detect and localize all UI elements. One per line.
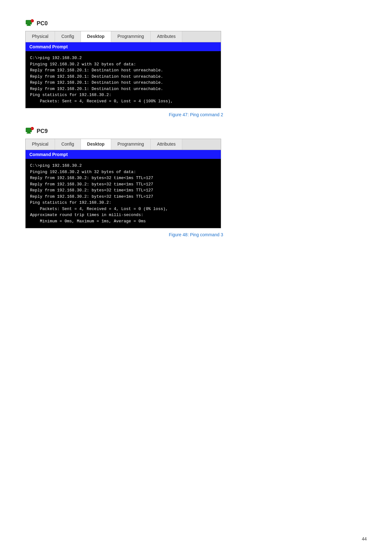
terminal-line: Reply from 192.168.20.1: Destination hos… <box>30 67 216 74</box>
terminal-line: Ping statistics for 192.168.30.2: <box>30 92 216 98</box>
svg-text:!: ! <box>32 128 32 130</box>
tab-attributes-pc9[interactable]: Attributes <box>151 139 182 150</box>
tab-physical-pc0[interactable]: Physical <box>26 31 55 42</box>
terminal-line: Reply from 192.168.30.2: bytes=32 time<1… <box>30 175 216 181</box>
svg-rect-6 <box>27 132 30 133</box>
terminal-line: Ping statistics for 192.168.30.2: <box>30 200 216 206</box>
pc0-tab-bar[interactable]: Physical Config Desktop Programming Attr… <box>26 31 221 42</box>
command-prompt-bar-pc0: Command Prompt <box>26 42 221 51</box>
tab-config-pc9[interactable]: Config <box>55 139 81 150</box>
svg-rect-2 <box>27 25 31 26</box>
pc9-tab-bar[interactable]: Physical Config Desktop Programming Attr… <box>26 139 221 150</box>
tab-physical-pc9[interactable]: Physical <box>26 139 55 150</box>
svg-rect-1 <box>27 24 30 25</box>
terminal-line: Reply from 192.168.20.1: Destination hos… <box>30 74 216 80</box>
page-number: 44 <box>362 536 367 541</box>
terminal-line: Reply from 192.168.20.1: Destination hos… <box>30 86 216 92</box>
pc-icon: ! <box>25 19 34 28</box>
terminal-line: Reply from 192.168.30.2: bytes=32 time<1… <box>30 181 216 188</box>
pc9-label: ! PC9 <box>25 127 367 135</box>
terminal-line: Minimum = 0ms, Maximum = 1ms, Average = … <box>30 218 216 225</box>
terminal-pc9[interactable]: C:\>ping 192.168.30.2 Pinging 192.168.30… <box>26 159 221 228</box>
terminal-line: C:\>ping 192.168.30.2 <box>30 55 216 61</box>
svg-text:!: ! <box>32 20 32 22</box>
command-prompt-bar-pc9: Command Prompt <box>26 150 221 159</box>
terminal-line: Pinging 192.168.30.2 with 32 bytes of da… <box>30 169 216 175</box>
pc9-name: PC9 <box>37 128 48 135</box>
pc0-name: PC0 <box>37 20 48 27</box>
tab-desktop-pc9[interactable]: Desktop <box>81 139 111 150</box>
pc-icon-pc9: ! <box>25 127 34 135</box>
terminal-line: Packets: Sent = 4, Received = 0, Lost = … <box>30 98 216 105</box>
pc9-window: Physical Config Desktop Programming Attr… <box>25 139 221 228</box>
pc0-label: ! PC0 <box>25 19 367 28</box>
terminal-line: Reply from 192.168.20.1: Destination hos… <box>30 80 216 86</box>
tab-config-pc0[interactable]: Config <box>55 31 81 42</box>
tab-programming-pc9[interactable]: Programming <box>111 139 151 150</box>
figure-47-caption: Figure 47: Ping command 2 <box>25 112 367 117</box>
terminal-line: Reply from 192.168.30.2: bytes=32 time=1… <box>30 194 216 200</box>
figure-48-section: ! PC9 Physical Config Desktop Programmin… <box>25 127 367 237</box>
figure-47-section: ! PC0 Physical Config Desktop Programmin… <box>25 19 367 117</box>
terminal-pc0[interactable]: C:\>ping 192.168.30.2 Pinging 192.168.30… <box>26 51 221 108</box>
terminal-line: Pinging 192.168.30.2 with 32 bytes of da… <box>30 61 216 68</box>
figure-48-caption: Figure 48: Ping command 3 <box>25 232 367 237</box>
tab-attributes-pc0[interactable]: Attributes <box>151 31 182 42</box>
tab-programming-pc0[interactable]: Programming <box>111 31 151 42</box>
svg-rect-7 <box>27 133 31 134</box>
terminal-line: Approximate round trip times in milli-se… <box>30 212 216 218</box>
terminal-line: Reply from 192.168.30.2: bytes=32 time<1… <box>30 187 216 194</box>
tab-desktop-pc0[interactable]: Desktop <box>81 31 111 42</box>
terminal-line: Packets: Sent = 4, Received = 4, Lost = … <box>30 206 216 212</box>
terminal-line: C:\>ping 192.168.30.2 <box>30 163 216 169</box>
pc0-window: Physical Config Desktop Programming Attr… <box>25 31 221 108</box>
